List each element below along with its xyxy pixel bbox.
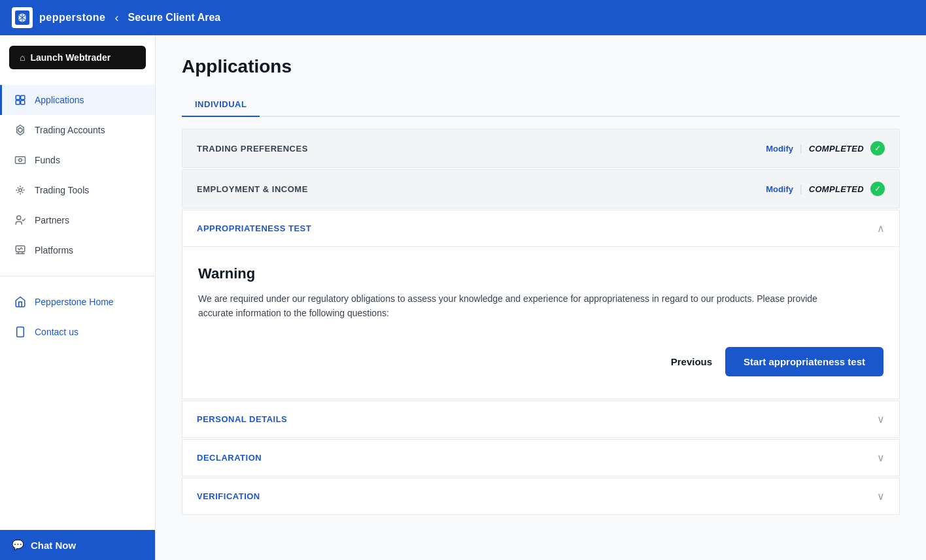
secure-area-label: Secure Client Area [128, 12, 221, 24]
nav-section-bottom: Pepperstone Home Contact us [0, 282, 155, 352]
employment-income-right: Modify | COMPLETED ✓ [766, 182, 885, 196]
trading-preferences-right: Modify | COMPLETED ✓ [766, 141, 885, 156]
home-icon: ⌂ [20, 52, 25, 63]
chat-now-label: Chat Now [31, 540, 76, 551]
employment-income-check: ✓ [870, 182, 885, 196]
sidebar-item-partners-label: Partners [35, 215, 69, 225]
funds-icon [14, 154, 27, 167]
chat-icon: 💬 [12, 539, 24, 551]
declaration-section: DECLARATION ∨ [182, 439, 900, 476]
sidebar-item-applications[interactable]: Applications [0, 85, 155, 115]
warning-text: We are required under our regulatory obl… [198, 291, 819, 321]
personal-details-title: PERSONAL DETAILS [197, 414, 287, 424]
declaration-header[interactable]: DECLARATION ∨ [182, 440, 899, 476]
pipe-1: | [800, 143, 802, 154]
chevron-down-icon-1: ∨ [877, 413, 885, 425]
trading-preferences-status: COMPLETED [809, 144, 864, 154]
partners-icon [14, 214, 27, 227]
sidebar-bottom: 💬 Chat Now [0, 530, 155, 560]
svg-rect-2 [16, 101, 20, 105]
trading-tools-icon [14, 184, 27, 197]
employment-income-status: COMPLETED [809, 184, 864, 194]
chevron-up-icon: ∧ [877, 222, 885, 235]
appropriateness-test-body: Warning We are required under our regula… [182, 247, 899, 399]
employment-income-modify-link[interactable]: Modify [766, 184, 793, 194]
logo-box [12, 7, 33, 28]
sidebar-item-trading-accounts-label: Trading Accounts [35, 125, 105, 135]
trading-preferences-title: TRADING PREFERENCES [197, 144, 308, 154]
appropriateness-test-header[interactable]: APPROPRIATENESS TEST ∧ [182, 210, 899, 247]
tab-individual[interactable]: INDIVIDUAL [182, 93, 260, 117]
svg-point-9 [19, 189, 22, 192]
contact-icon [14, 325, 27, 338]
sidebar-item-contact-us[interactable]: Contact us [0, 317, 155, 347]
launch-webtrader-button[interactable]: ⌂ Launch Webtrader [9, 46, 146, 69]
employment-income-title: EMPLOYMENT & INCOME [197, 184, 308, 194]
declaration-title: DECLARATION [197, 453, 262, 463]
sidebar-item-contact-us-label: Contact us [35, 327, 78, 337]
tab-bar: INDIVIDUAL [182, 93, 900, 117]
appropriateness-test-title: APPROPRIATENESS TEST [197, 223, 311, 233]
svg-point-10 [17, 216, 21, 220]
svg-point-8 [19, 159, 22, 162]
content-area: Applications INDIVIDUAL TRADING PREFEREN… [156, 35, 926, 560]
page-title: Applications [182, 56, 900, 77]
nav-section-main: Applications Trading Accounts [0, 80, 155, 271]
top-header: pepperstone ‹ Secure Client Area [0, 0, 926, 35]
sidebar-item-partners[interactable]: Partners [0, 205, 155, 235]
svg-rect-3 [21, 95, 25, 99]
previous-button[interactable]: Previous [671, 356, 712, 367]
logo-text: pepperstone [39, 12, 106, 24]
pipe-2: | [800, 184, 802, 194]
verification-title: VERIFICATION [197, 491, 260, 501]
nav-divider [0, 276, 155, 276]
action-row: Previous Start appropriateness test [198, 347, 883, 380]
sidebar-item-applications-label: Applications [35, 95, 84, 105]
svg-rect-1 [16, 95, 20, 99]
appropriateness-test-section: APPROPRIATENESS TEST ∧ Warning We are re… [182, 210, 900, 399]
sidebar-item-pepperstone-home-label: Pepperstone Home [35, 297, 114, 307]
personal-details-header[interactable]: PERSONAL DETAILS ∨ [182, 401, 899, 437]
chevron-down-icon-3: ∨ [877, 490, 885, 502]
employment-income-card: EMPLOYMENT & INCOME Modify | COMPLETED ✓ [182, 169, 900, 208]
sidebar: ⌂ Launch Webtrader Applications [0, 35, 156, 560]
trading-accounts-icon [14, 124, 27, 137]
main-layout: ⌂ Launch Webtrader Applications [0, 35, 926, 560]
warning-title: Warning [198, 265, 883, 282]
chevron-down-icon-2: ∨ [877, 452, 885, 464]
verification-header[interactable]: VERIFICATION ∨ [182, 478, 899, 514]
trading-preferences-modify-link[interactable]: Modify [766, 144, 793, 154]
start-test-button[interactable]: Start appropriateness test [725, 347, 883, 376]
sidebar-item-trading-tools-label: Trading Tools [35, 185, 89, 195]
applications-icon [14, 93, 27, 107]
sidebar-item-funds-label: Funds [35, 155, 60, 165]
svg-marker-6 [18, 127, 22, 133]
logo-area: pepperstone [12, 7, 106, 28]
trading-preferences-check: ✓ [870, 141, 885, 156]
employment-income-row: EMPLOYMENT & INCOME Modify | COMPLETED ✓ [182, 170, 899, 208]
home-icon [14, 295, 27, 308]
platforms-icon [14, 244, 27, 257]
sidebar-item-trading-accounts[interactable]: Trading Accounts [0, 115, 155, 145]
back-arrow[interactable]: ‹ [115, 11, 119, 25]
sidebar-item-trading-tools[interactable]: Trading Tools [0, 175, 155, 205]
sidebar-item-funds[interactable]: Funds [0, 145, 155, 175]
personal-details-section: PERSONAL DETAILS ∨ [182, 401, 900, 438]
trading-preferences-card: TRADING PREFERENCES Modify | COMPLETED ✓ [182, 129, 900, 168]
chat-now-bar[interactable]: 💬 Chat Now [0, 530, 155, 560]
svg-rect-12 [17, 327, 24, 337]
sidebar-item-pepperstone-home[interactable]: Pepperstone Home [0, 287, 155, 317]
sidebar-item-platforms[interactable]: Platforms [0, 235, 155, 265]
verification-section: VERIFICATION ∨ [182, 478, 900, 515]
trading-preferences-row: TRADING PREFERENCES Modify | COMPLETED ✓ [182, 129, 899, 167]
sidebar-item-platforms-label: Platforms [35, 245, 73, 255]
svg-rect-7 [16, 157, 26, 164]
svg-rect-4 [21, 101, 25, 105]
